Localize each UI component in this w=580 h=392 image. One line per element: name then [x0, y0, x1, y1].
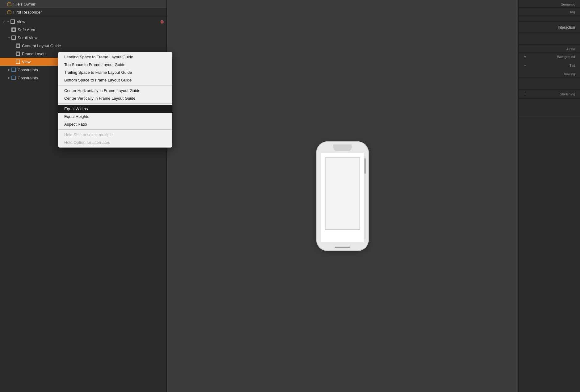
menu-item-trailing-space[interactable]: Trailing Space to Frame Layout Guide	[58, 69, 172, 76]
divider	[0, 17, 166, 17]
tree-item-label: Constraints	[18, 76, 38, 80]
add-tint-button[interactable]: +	[523, 63, 526, 68]
layout-guide-icon	[15, 43, 20, 48]
checkmark: ✓	[2, 20, 5, 24]
menu-item-hold-shift: Hold Shift to select multiple	[58, 131, 172, 139]
menu-separator-3	[58, 129, 172, 130]
tree-item-label: File's Owner	[13, 2, 36, 6]
expand-arrow	[2, 10, 7, 14]
inspector-label-stretching: Stretching	[560, 92, 575, 96]
expand-arrow: ▶	[7, 68, 11, 71]
view-icon	[11, 35, 16, 40]
svg-rect-14	[12, 76, 15, 80]
svg-marker-3	[7, 10, 11, 11]
inspector-label-alpha: Alpha	[519, 45, 580, 52]
inspector-panel: Semantic Tag Interaction Alpha + Backgro…	[518, 0, 580, 392]
view-icon	[15, 59, 20, 64]
menu-item-leading-space[interactable]: Leading Space to Frame Layout Guide	[58, 53, 172, 61]
tree-item-label: Frame Layou	[22, 52, 46, 56]
tree-item-safe-area[interactable]: Safe Area	[0, 26, 166, 34]
phone-screen	[321, 153, 364, 242]
tree-item-label: Safe Area	[18, 27, 35, 32]
menu-item-center-v[interactable]: Center Vertically in Frame Layout Guide	[58, 94, 172, 102]
inspector-label-background: Background	[557, 55, 575, 59]
expand-arrow: ▾	[7, 36, 11, 39]
svg-rect-2	[7, 11, 11, 14]
add-stretching-button[interactable]: +	[523, 92, 526, 97]
tree-item-files-owner[interactable]: File's Owner	[0, 0, 166, 8]
tree-item-content-layout[interactable]: Content Layout Guide	[0, 42, 166, 50]
cube-icon	[7, 2, 12, 6]
inspector-label-interaction: Interaction	[519, 22, 580, 32]
phone-notch	[333, 144, 352, 151]
tree-item-view-root[interactable]: ✓ ▾ View ⊗	[0, 18, 166, 26]
canvas-area	[167, 0, 518, 392]
expand-arrow: ▾	[6, 20, 10, 23]
tree-item-scroll-view[interactable]: ▾ Scroll View	[0, 34, 166, 42]
delete-icon[interactable]: ⊗	[160, 19, 164, 25]
inspector-label-tint: Tint	[569, 64, 575, 67]
menu-separator-2	[58, 103, 172, 104]
menu-separator-1	[58, 85, 172, 85]
svg-rect-6	[12, 28, 15, 31]
cube-icon	[7, 10, 12, 15]
constraints-icon	[11, 67, 16, 72]
tree-item-label: Scroll View	[18, 35, 37, 40]
expand-arrow	[7, 28, 11, 31]
inspector-label-drawing: Drawing	[519, 70, 580, 77]
tree-item-label: View	[17, 19, 25, 24]
expand-arrow	[11, 60, 15, 63]
document-outline: File's Owner First Responder ✓ ▾ View ⊗	[0, 0, 167, 392]
layout-guide-icon	[15, 51, 20, 56]
tree-item-label: View	[22, 60, 31, 64]
svg-rect-9	[17, 44, 19, 47]
inspector-label-semantic: Semantic	[519, 0, 580, 8]
scroll-thumb	[364, 158, 366, 174]
svg-marker-1	[7, 2, 11, 3]
menu-item-center-h[interactable]: Center Horizontally in Frame Layout Guid…	[58, 87, 172, 94]
phone-mockup	[316, 141, 369, 251]
svg-rect-13	[12, 68, 15, 72]
expand-arrow: ▶	[7, 76, 11, 79]
phone-home-indicator	[335, 247, 350, 248]
svg-rect-11	[17, 52, 19, 55]
scroll-indicator	[364, 156, 366, 239]
svg-rect-12	[16, 60, 20, 64]
screen-content	[325, 157, 360, 230]
inspector-tint-row: + Tint	[519, 61, 580, 70]
svg-rect-7	[12, 36, 15, 40]
expand-arrow	[11, 52, 15, 55]
add-background-button[interactable]: +	[523, 54, 526, 59]
tree-item-first-responder[interactable]: First Responder	[0, 8, 166, 16]
inspector-background-row: + Background	[519, 52, 580, 61]
tree-item-label: First Responder	[13, 10, 42, 15]
context-menu: Leading Space to Frame Layout Guide Top …	[58, 52, 172, 148]
menu-item-aspect-ratio[interactable]: Aspect Ratio	[58, 120, 172, 128]
constraints-icon	[11, 75, 16, 80]
svg-rect-4	[11, 20, 15, 23]
view-icon	[10, 19, 15, 24]
expand-arrow	[11, 44, 15, 47]
menu-item-top-space[interactable]: Top Space to Frame Layout Guide	[58, 61, 172, 69]
menu-item-equal-heights[interactable]: Equal Heights	[58, 113, 172, 120]
menu-item-hold-option: Hold Option for alternates	[58, 139, 172, 146]
menu-item-bottom-space[interactable]: Bottom Space to Frame Layout Guide	[58, 76, 172, 84]
expand-arrow	[2, 2, 7, 6]
menu-item-equal-widths[interactable]: Equal Widths	[58, 105, 172, 113]
tree-item-label: Constraints	[18, 68, 38, 72]
inspector-label-tag: Tag	[519, 8, 580, 15]
inspector-stretching-row: + Stretching	[519, 90, 580, 99]
svg-rect-0	[7, 3, 11, 6]
tree-item-label: Content Layout Guide	[22, 44, 61, 48]
layout-guide-icon	[11, 27, 16, 32]
